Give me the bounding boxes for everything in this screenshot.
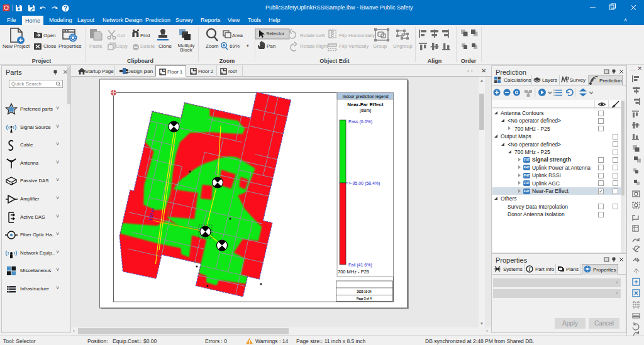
svg-text:i: i bbox=[529, 266, 531, 272]
svg-text:?: ? bbox=[64, 5, 67, 12]
svg-text:>-95.00 (58.4%): >-95.00 (58.4%) bbox=[348, 181, 380, 186]
svg-text:Fail (41.6%): Fail (41.6%) bbox=[348, 263, 372, 268]
svg-text:Page 3 of 4: Page 3 of 4 bbox=[357, 297, 372, 300]
svg-text:Near-Far Effect: Near-Far Effect bbox=[347, 102, 384, 107]
svg-text:Pass (0.0%): Pass (0.0%) bbox=[348, 119, 372, 124]
svg-text:Indoor prediction legend: Indoor prediction legend bbox=[343, 94, 389, 99]
svg-text:[dBm]: [dBm] bbox=[360, 108, 371, 113]
svg-text:2023-10-24: 2023-10-24 bbox=[357, 290, 372, 293]
svg-text:700 MHz - P25: 700 MHz - P25 bbox=[338, 269, 369, 275]
